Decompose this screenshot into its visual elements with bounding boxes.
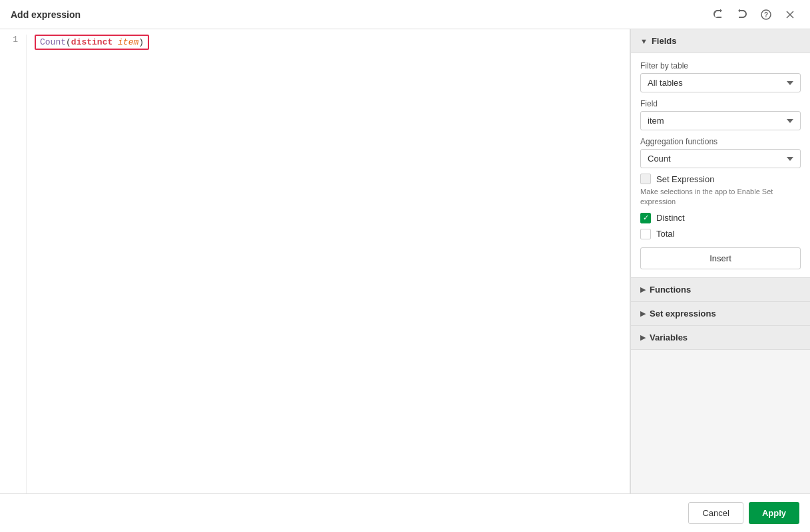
dialog-header: Add expression ? — [0, 0, 810, 29]
total-row: Total — [640, 229, 801, 239]
svg-text:?: ? — [764, 11, 768, 19]
functions-section-label: Functions — [650, 285, 691, 295]
field-label: Field — [640, 99, 801, 108]
header-actions: ? — [709, 5, 799, 24]
set-expression-checkbox[interactable] — [640, 174, 651, 184]
set-expression-row: Set Expression — [640, 174, 801, 184]
footer: Cancel Apply — [0, 493, 810, 532]
set-expressions-chevron-right-icon: ▶ — [640, 309, 646, 318]
aggregation-label: Aggregation functions — [640, 137, 801, 146]
variables-chevron-right-icon: ▶ — [640, 333, 646, 342]
functions-chevron-right-icon: ▶ — [640, 285, 646, 294]
cancel-button[interactable]: Cancel — [688, 502, 743, 524]
filter-by-table-select[interactable]: All tables — [640, 73, 801, 92]
line-numbers: 1 — [0, 35, 27, 496]
fields-content: Filter by table All tables Field item Ag… — [631, 53, 810, 278]
distinct-label: Distinct — [656, 213, 685, 223]
code-line: Count(distinct item) — [35, 35, 622, 50]
distinct-row: ✓ Distinct — [640, 213, 801, 223]
code-editor[interactable]: 1 Count(distinct item) — [0, 29, 630, 501]
total-checkbox[interactable] — [640, 229, 651, 239]
total-label: Total — [656, 229, 674, 239]
distinct-checkbox[interactable]: ✓ — [640, 213, 651, 223]
code-function-name: Count — [40, 37, 66, 47]
set-expressions-section-header[interactable]: ▶ Set expressions — [631, 302, 810, 325]
close-button[interactable] — [781, 5, 799, 24]
set-expression-helper: Make selections in the app to Enable Set… — [640, 187, 801, 207]
help-button[interactable]: ? — [757, 5, 775, 24]
code-field: item — [118, 37, 138, 47]
filter-by-table-label: Filter by table — [640, 61, 801, 70]
set-expressions-section-label: Set expressions — [650, 309, 716, 319]
field-select[interactable]: item — [640, 111, 801, 130]
code-area: 1 Count(distinct item) ℹ OK Count(distin… — [0, 29, 630, 532]
aggregation-select[interactable]: Count Sum Avg Min Max — [640, 149, 801, 168]
functions-section-header[interactable]: ▶ Functions — [631, 278, 810, 301]
undo-button[interactable] — [709, 5, 727, 24]
insert-button[interactable]: Insert — [640, 247, 801, 269]
right-panel: ▼ Fields Filter by table All tables Fiel… — [630, 29, 810, 532]
code-expression[interactable]: Count(distinct item) — [35, 35, 149, 50]
variables-section-header[interactable]: ▶ Variables — [631, 326, 810, 349]
variables-section-label: Variables — [650, 332, 688, 342]
fields-section-label: Fields — [652, 36, 677, 46]
code-modifier: distinct — [71, 37, 112, 47]
code-content[interactable]: Count(distinct item) — [27, 35, 630, 496]
redo-button[interactable] — [733, 5, 751, 24]
main-layout: 1 Count(distinct item) ℹ OK Count(distin… — [0, 29, 810, 532]
set-expressions-section: ▶ Set expressions — [631, 302, 810, 326]
fields-chevron-down-icon: ▼ — [640, 37, 648, 45]
fields-section-header[interactable]: ▼ Fields — [631, 29, 810, 53]
set-expression-label: Set Expression — [656, 174, 714, 184]
functions-section: ▶ Functions — [631, 278, 810, 302]
dialog-title: Add expression — [11, 9, 81, 20]
apply-button[interactable]: Apply — [749, 502, 799, 524]
variables-section: ▶ Variables — [631, 326, 810, 350]
